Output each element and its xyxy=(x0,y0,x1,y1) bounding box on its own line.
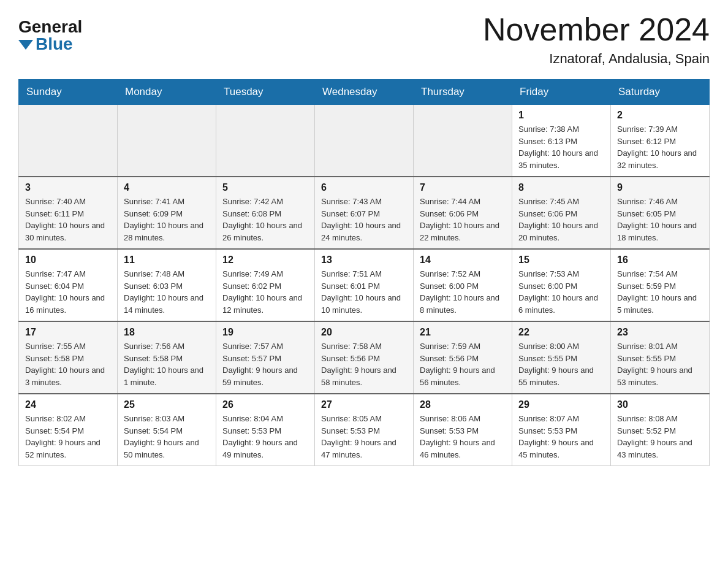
day-info: Sunrise: 7:51 AMSunset: 6:01 PMDaylight:… xyxy=(321,268,407,316)
calendar-week-row: 17Sunrise: 7:55 AMSunset: 5:58 PMDayligh… xyxy=(19,321,710,394)
calendar-day-cell: 11Sunrise: 7:48 AMSunset: 6:03 PMDayligh… xyxy=(118,249,216,321)
location-title: Iznatoraf, Andalusia, Spain xyxy=(483,51,710,67)
calendar-day-cell: 23Sunrise: 8:01 AMSunset: 5:55 PMDayligh… xyxy=(611,321,710,394)
day-number: 22 xyxy=(518,327,604,338)
day-info: Sunrise: 7:57 AMSunset: 5:57 PMDaylight:… xyxy=(222,340,308,388)
calendar-day-cell: 5Sunrise: 7:42 AMSunset: 6:08 PMDaylight… xyxy=(216,177,315,249)
day-info: Sunrise: 7:47 AMSunset: 6:04 PMDaylight:… xyxy=(25,268,111,316)
calendar-week-row: 1Sunrise: 7:38 AMSunset: 6:13 PMDaylight… xyxy=(19,105,710,177)
day-info: Sunrise: 8:08 AMSunset: 5:52 PMDaylight:… xyxy=(617,413,703,461)
calendar-day-cell: 4Sunrise: 7:41 AMSunset: 6:09 PMDaylight… xyxy=(118,177,216,249)
day-info: Sunrise: 7:56 AMSunset: 5:58 PMDaylight:… xyxy=(124,340,210,388)
day-number: 15 xyxy=(518,255,604,266)
day-info: Sunrise: 8:02 AMSunset: 5:54 PMDaylight:… xyxy=(25,413,111,461)
day-info: Sunrise: 8:07 AMSunset: 5:53 PMDaylight:… xyxy=(518,413,604,461)
day-number: 29 xyxy=(518,399,604,410)
calendar-day-cell: 21Sunrise: 7:59 AMSunset: 5:56 PMDayligh… xyxy=(414,321,512,394)
day-number: 10 xyxy=(25,255,111,266)
day-info: Sunrise: 7:41 AMSunset: 6:09 PMDaylight:… xyxy=(124,196,210,243)
calendar-day-cell: 16Sunrise: 7:54 AMSunset: 5:59 PMDayligh… xyxy=(611,249,710,321)
day-number: 21 xyxy=(420,327,506,338)
day-number: 25 xyxy=(124,399,210,410)
day-info: Sunrise: 8:03 AMSunset: 5:54 PMDaylight:… xyxy=(124,413,210,461)
day-info: Sunrise: 7:46 AMSunset: 6:05 PMDaylight:… xyxy=(617,196,703,243)
calendar-header-wednesday: Wednesday xyxy=(315,80,414,105)
calendar-day-cell: 17Sunrise: 7:55 AMSunset: 5:58 PMDayligh… xyxy=(19,321,118,394)
day-info: Sunrise: 7:39 AMSunset: 6:12 PMDaylight:… xyxy=(617,123,703,171)
day-info: Sunrise: 7:55 AMSunset: 5:58 PMDaylight:… xyxy=(25,340,111,388)
day-number: 1 xyxy=(518,110,604,121)
calendar-header-sunday: Sunday xyxy=(19,80,118,105)
calendar-day-cell: 25Sunrise: 8:03 AMSunset: 5:54 PMDayligh… xyxy=(118,394,216,466)
calendar-day-cell: 3Sunrise: 7:40 AMSunset: 6:11 PMDaylight… xyxy=(19,177,118,249)
calendar-header-saturday: Saturday xyxy=(611,80,710,105)
day-info: Sunrise: 7:40 AMSunset: 6:11 PMDaylight:… xyxy=(25,196,111,243)
calendar-day-cell xyxy=(315,105,414,177)
day-number: 5 xyxy=(222,182,308,193)
day-number: 30 xyxy=(617,399,703,410)
day-number: 3 xyxy=(25,182,111,193)
day-number: 19 xyxy=(222,327,308,338)
day-info: Sunrise: 8:04 AMSunset: 5:53 PMDaylight:… xyxy=(222,413,308,461)
day-info: Sunrise: 8:00 AMSunset: 5:55 PMDaylight:… xyxy=(518,340,604,388)
calendar-day-cell: 13Sunrise: 7:51 AMSunset: 6:01 PMDayligh… xyxy=(315,249,414,321)
calendar-header-tuesday: Tuesday xyxy=(216,80,315,105)
day-info: Sunrise: 7:38 AMSunset: 6:13 PMDaylight:… xyxy=(518,123,604,171)
header: General Blue November 2024 Iznatoraf, An… xyxy=(18,12,710,67)
calendar-header-thursday: Thursday xyxy=(414,80,512,105)
calendar-day-cell: 8Sunrise: 7:45 AMSunset: 6:06 PMDaylight… xyxy=(512,177,611,249)
calendar-day-cell: 28Sunrise: 8:06 AMSunset: 5:53 PMDayligh… xyxy=(414,394,512,466)
calendar-day-cell: 26Sunrise: 8:04 AMSunset: 5:53 PMDayligh… xyxy=(216,394,315,466)
calendar-week-row: 10Sunrise: 7:47 AMSunset: 6:04 PMDayligh… xyxy=(19,249,710,321)
calendar-day-cell xyxy=(118,105,216,177)
calendar-day-cell: 20Sunrise: 7:58 AMSunset: 5:56 PMDayligh… xyxy=(315,321,414,394)
logo-blue-text: Blue xyxy=(36,36,73,53)
day-info: Sunrise: 7:59 AMSunset: 5:56 PMDaylight:… xyxy=(420,340,506,388)
calendar-header-row: SundayMondayTuesdayWednesdayThursdayFrid… xyxy=(19,80,710,105)
calendar-day-cell: 14Sunrise: 7:52 AMSunset: 6:00 PMDayligh… xyxy=(414,249,512,321)
title-area: November 2024 Iznatoraf, Andalusia, Spai… xyxy=(483,12,710,67)
calendar-day-cell: 18Sunrise: 7:56 AMSunset: 5:58 PMDayligh… xyxy=(118,321,216,394)
day-number: 7 xyxy=(420,182,506,193)
day-info: Sunrise: 7:58 AMSunset: 5:56 PMDaylight:… xyxy=(321,340,407,388)
day-info: Sunrise: 7:54 AMSunset: 5:59 PMDaylight:… xyxy=(617,268,703,316)
day-info: Sunrise: 8:01 AMSunset: 5:55 PMDaylight:… xyxy=(617,340,703,388)
calendar-day-cell xyxy=(414,105,512,177)
day-number: 13 xyxy=(321,255,407,266)
day-info: Sunrise: 8:05 AMSunset: 5:53 PMDaylight:… xyxy=(321,413,407,461)
calendar-day-cell xyxy=(216,105,315,177)
day-number: 20 xyxy=(321,327,407,338)
calendar-week-row: 3Sunrise: 7:40 AMSunset: 6:11 PMDaylight… xyxy=(19,177,710,249)
calendar-day-cell: 2Sunrise: 7:39 AMSunset: 6:12 PMDaylight… xyxy=(611,105,710,177)
calendar-table: SundayMondayTuesdayWednesdayThursdayFrid… xyxy=(18,79,710,466)
day-number: 12 xyxy=(222,255,308,266)
day-info: Sunrise: 7:43 AMSunset: 6:07 PMDaylight:… xyxy=(321,196,407,243)
calendar-day-cell: 10Sunrise: 7:47 AMSunset: 6:04 PMDayligh… xyxy=(19,249,118,321)
calendar-day-cell: 9Sunrise: 7:46 AMSunset: 6:05 PMDaylight… xyxy=(611,177,710,249)
day-number: 28 xyxy=(420,399,506,410)
day-number: 26 xyxy=(222,399,308,410)
day-info: Sunrise: 8:06 AMSunset: 5:53 PMDaylight:… xyxy=(420,413,506,461)
calendar-day-cell: 19Sunrise: 7:57 AMSunset: 5:57 PMDayligh… xyxy=(216,321,315,394)
day-info: Sunrise: 7:49 AMSunset: 6:02 PMDaylight:… xyxy=(222,268,308,316)
day-info: Sunrise: 7:53 AMSunset: 6:00 PMDaylight:… xyxy=(518,268,604,316)
calendar-day-cell xyxy=(19,105,118,177)
day-number: 14 xyxy=(420,255,506,266)
day-number: 4 xyxy=(124,182,210,193)
calendar-header-friday: Friday xyxy=(512,80,611,105)
day-number: 11 xyxy=(124,255,210,266)
day-info: Sunrise: 7:45 AMSunset: 6:06 PMDaylight:… xyxy=(518,196,604,243)
calendar-week-row: 24Sunrise: 8:02 AMSunset: 5:54 PMDayligh… xyxy=(19,394,710,466)
month-title: November 2024 xyxy=(483,12,710,47)
day-number: 24 xyxy=(25,399,111,410)
day-number: 9 xyxy=(617,182,703,193)
calendar-day-cell: 6Sunrise: 7:43 AMSunset: 6:07 PMDaylight… xyxy=(315,177,414,249)
calendar-header-monday: Monday xyxy=(118,80,216,105)
day-number: 17 xyxy=(25,327,111,338)
calendar-day-cell: 22Sunrise: 8:00 AMSunset: 5:55 PMDayligh… xyxy=(512,321,611,394)
day-number: 2 xyxy=(617,110,703,121)
day-number: 16 xyxy=(617,255,703,266)
calendar-day-cell: 15Sunrise: 7:53 AMSunset: 6:00 PMDayligh… xyxy=(512,249,611,321)
calendar-day-cell: 24Sunrise: 8:02 AMSunset: 5:54 PMDayligh… xyxy=(19,394,118,466)
calendar-day-cell: 27Sunrise: 8:05 AMSunset: 5:53 PMDayligh… xyxy=(315,394,414,466)
